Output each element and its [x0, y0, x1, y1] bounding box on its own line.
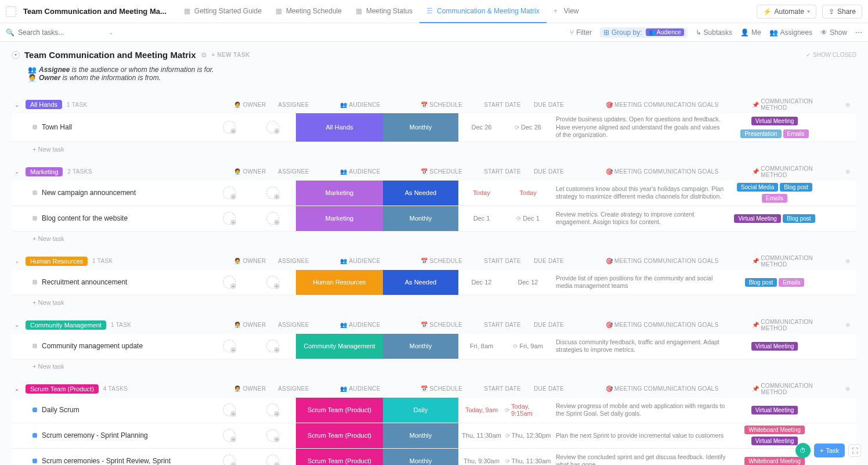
col-assignee[interactable]: ASSIGNEE	[270, 168, 317, 175]
start-date-cell[interactable]: Dec 12	[458, 270, 505, 295]
groupby-button[interactable]: ⊞ Group by: 👥 Audience	[600, 27, 688, 38]
due-date-cell[interactable]: ⟳Dec 1	[505, 206, 551, 231]
group-toggle[interactable]: ⌄	[12, 167, 22, 177]
avatar-placeholder-icon[interactable]	[223, 276, 236, 289]
owner-cell[interactable]	[209, 398, 249, 423]
col-method[interactable]: 📌COMMUNICATION METHOD	[752, 98, 839, 111]
expand-fab[interactable]: ⛶	[848, 444, 861, 457]
show-closed-button[interactable]: ✓SHOW CLOSED	[806, 52, 856, 58]
view-tab[interactable]: ▦Meeting Status	[349, 0, 419, 23]
assignee-cell[interactable]	[249, 206, 296, 231]
avatar-placeholder-icon[interactable]	[266, 403, 279, 416]
col-method[interactable]: 📌COMMUNICATION METHOD	[752, 255, 839, 268]
due-date-cell[interactable]: ⟳Thu, 12:30pm	[505, 423, 551, 448]
col-start[interactable]: START DATE	[479, 102, 526, 108]
method-tag[interactable]: Blog post	[780, 183, 812, 192]
collapse-all-icon[interactable]: ▾	[12, 51, 20, 59]
group-badge[interactable]: All Hands	[26, 100, 62, 109]
start-date-cell[interactable]: Fri, 8am	[458, 334, 505, 359]
method-tag[interactable]: Whiteboard Meeting	[744, 457, 805, 465]
task-row[interactable]: Community management update Community Ma…	[12, 334, 856, 359]
col-schedule[interactable]: 📅SCHEDULE	[404, 258, 479, 264]
new-task-button[interactable]: New task	[12, 232, 856, 246]
new-task-button[interactable]: New task	[12, 295, 856, 309]
goals-cell[interactable]: Provide business updates. Open for quest…	[551, 113, 731, 142]
audience-cell[interactable]: Scrum Team (Product)	[296, 449, 383, 465]
col-due[interactable]: DUE DATE	[526, 258, 572, 264]
method-tag[interactable]: Virtual Meeting	[751, 342, 798, 351]
assignee-cell[interactable]	[249, 334, 296, 359]
audience-cell[interactable]: Marketing	[296, 181, 383, 206]
group-badge[interactable]: Marketing	[26, 167, 63, 176]
start-date-cell[interactable]: Thu, 9:30am	[458, 449, 505, 465]
status-dot[interactable]	[32, 280, 37, 284]
col-owner[interactable]: 🧑‍💼OWNER	[230, 102, 270, 108]
col-owner[interactable]: 🧑‍💼OWNER	[230, 385, 270, 392]
owner-cell[interactable]	[209, 449, 249, 465]
start-date-cell[interactable]: Today	[458, 181, 505, 206]
col-add[interactable]: ⊕	[839, 322, 856, 328]
audience-cell[interactable]: All Hands	[296, 113, 383, 142]
assignee-cell[interactable]	[249, 398, 296, 423]
avatar-placeholder-icon[interactable]	[266, 455, 279, 465]
new-task-button[interactable]: New task	[12, 359, 856, 373]
method-tag[interactable]: Whiteboard Meeting	[744, 426, 805, 434]
schedule-cell[interactable]: As Needed	[383, 181, 458, 206]
avatar-placeholder-icon[interactable]	[223, 186, 236, 199]
task-row[interactable]: Blog content for the website Marketing M…	[12, 206, 856, 232]
task-name-cell[interactable]: Town Hall	[12, 113, 209, 142]
col-add[interactable]: ⊕	[839, 385, 856, 392]
col-goals[interactable]: 🎯MEETING COMMUNICATION GOALS	[572, 102, 752, 108]
col-assignee[interactable]: ASSIGNEE	[270, 385, 317, 392]
col-add[interactable]: ⊕	[839, 102, 856, 108]
task-name-cell[interactable]: Daily Scrum	[12, 398, 209, 423]
view-tab[interactable]: ▦Meeting Schedule	[269, 0, 349, 23]
owner-cell[interactable]	[209, 270, 249, 295]
view-tab[interactable]: ☰Communication & Meeting Matrix	[419, 0, 547, 23]
status-dot[interactable]	[32, 190, 37, 195]
task-name-cell[interactable]: Blog content for the website	[12, 206, 209, 231]
workspace-icon[interactable]	[6, 6, 16, 17]
col-start[interactable]: START DATE	[479, 385, 526, 392]
col-audience[interactable]: 👥AUDIENCE	[317, 385, 404, 392]
owner-cell[interactable]	[209, 423, 249, 448]
avatar-placeholder-icon[interactable]	[223, 340, 236, 352]
assignees-button[interactable]: 👥Assignees	[769, 28, 812, 37]
col-due[interactable]: DUE DATE	[526, 168, 572, 175]
due-date-cell[interactable]: ⟳Dec 26	[505, 113, 551, 142]
show-button[interactable]: 👁Show	[820, 28, 847, 37]
filter-button[interactable]: ⑂Filter	[570, 28, 592, 37]
col-assignee[interactable]: ASSIGNEE	[270, 102, 317, 108]
col-schedule[interactable]: 📅SCHEDULE	[404, 168, 479, 175]
task-row[interactable]: New campaign announcement Marketing As N…	[12, 181, 856, 206]
col-owner[interactable]: 🧑‍💼OWNER	[230, 168, 270, 175]
start-date-cell[interactable]: Dec 1	[458, 206, 505, 231]
col-start[interactable]: START DATE	[479, 258, 526, 264]
owner-cell[interactable]	[209, 206, 249, 231]
col-goals[interactable]: 🎯MEETING COMMUNICATION GOALS	[572, 258, 752, 264]
due-date-cell[interactable]: ⟳Today, 9:15am	[505, 398, 551, 423]
method-tag[interactable]: Emails	[783, 129, 809, 138]
goals-cell[interactable]: Let customers know about this year's hol…	[551, 181, 731, 206]
col-owner[interactable]: 🧑‍💼OWNER	[230, 322, 270, 328]
method-cell[interactable]: Virtual Meeting	[731, 334, 818, 359]
timer-fab[interactable]: ⏱	[795, 443, 811, 458]
search-input[interactable]	[18, 28, 105, 37]
col-schedule[interactable]: 📅SCHEDULE	[404, 322, 479, 328]
task-name-cell[interactable]: Community management update	[12, 334, 209, 359]
start-date-cell[interactable]: Dec 26	[458, 113, 505, 142]
avatar-placeholder-icon[interactable]	[266, 121, 279, 134]
me-button[interactable]: 👤Me	[740, 28, 761, 37]
method-tag[interactable]: Virtual Meeting	[751, 406, 798, 414]
status-dot[interactable]	[32, 216, 37, 221]
start-date-cell[interactable]: Today, 9am	[458, 398, 505, 423]
method-cell[interactable]: Virtual Meeting	[731, 398, 818, 423]
avatar-placeholder-icon[interactable]	[266, 340, 279, 352]
status-dot[interactable]	[32, 433, 37, 438]
task-row[interactable]: Daily Scrum Scrum Team (Product) Daily T…	[12, 398, 856, 423]
new-task-fab[interactable]: +Task	[814, 444, 845, 457]
more-button[interactable]: ⋯	[855, 28, 862, 37]
method-tag[interactable]: Social Media	[737, 183, 778, 192]
avatar-placeholder-icon[interactable]	[266, 276, 279, 289]
new-task-top-button[interactable]: + NEW TASK	[212, 52, 250, 58]
